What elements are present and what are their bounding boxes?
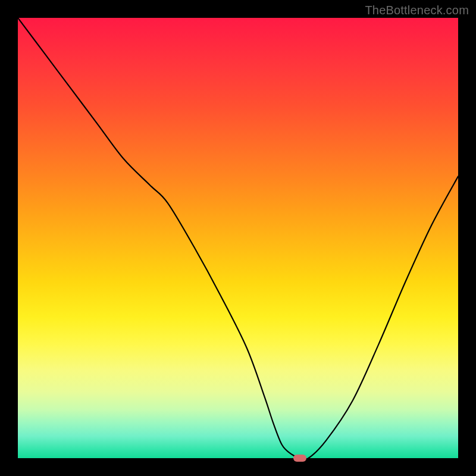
curve-svg — [18, 18, 458, 458]
watermark-text: TheBottleneck.com — [365, 4, 469, 17]
plot-area — [18, 18, 458, 458]
optimal-marker — [293, 455, 306, 462]
bottleneck-curve — [18, 18, 458, 458]
chart-frame: TheBottleneck.com — [0, 0, 476, 476]
